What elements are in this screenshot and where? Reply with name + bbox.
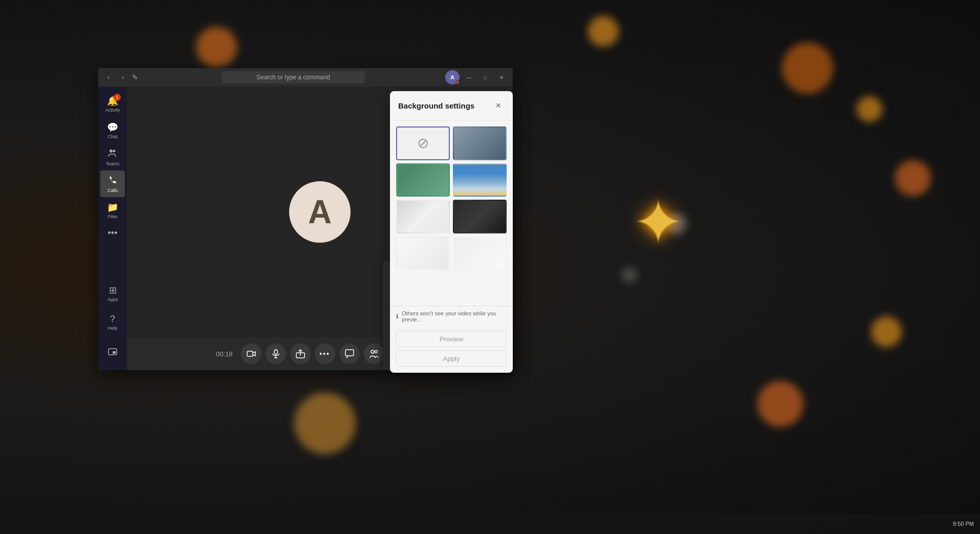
pip-icon	[107, 347, 118, 359]
svg-point-17	[371, 350, 374, 353]
participants-button[interactable]	[364, 344, 384, 364]
panel-actions: Preview Apply	[390, 327, 513, 373]
help-label: Help	[108, 326, 118, 331]
title-bar-actions: A — □ ✕	[445, 70, 509, 84]
bg-white3-thumb[interactable]	[453, 237, 507, 270]
bokeh-4	[857, 96, 882, 122]
title-bar: ‹ › ✎ Search or type a command A — □ ✕	[98, 68, 513, 87]
taskbar: 9:50 PM	[0, 514, 980, 534]
apps-icon: ⊞	[109, 285, 117, 296]
activity-badge: 1	[114, 94, 121, 101]
info-icon: ℹ	[396, 313, 399, 320]
teams-label: Teams	[106, 161, 120, 166]
taskbar-time: 9:50 PM	[953, 521, 974, 527]
bg-city-thumb[interactable]	[453, 163, 507, 197]
share-button[interactable]	[290, 344, 311, 364]
bg-white2-thumb[interactable]	[396, 237, 450, 270]
user-avatar[interactable]: A	[445, 70, 460, 84]
panel-body	[390, 120, 513, 306]
nav-buttons: ‹ ›	[102, 71, 129, 83]
panel-info-text: Others won't see your video while you pr…	[402, 310, 507, 323]
compose-button[interactable]: ✎	[129, 71, 141, 83]
sidebar-more-button[interactable]: •••	[104, 224, 122, 243]
files-label: Files	[107, 214, 117, 219]
sidebar-item-teams[interactable]: Teams	[100, 144, 125, 170]
svg-rect-11	[247, 351, 253, 356]
svg-rect-12	[274, 350, 277, 354]
teams-icon	[108, 148, 117, 160]
avatar-status-badge	[455, 80, 460, 84]
calls-icon	[108, 175, 117, 187]
svg-point-1	[113, 149, 116, 152]
bokeh-2	[588, 16, 619, 47]
search-box[interactable]: Search or type a command	[222, 71, 365, 83]
bokeh-5	[895, 160, 931, 196]
preview-button[interactable]: Preview	[396, 331, 507, 347]
sidebar: 🔔 Activity 1 💬 Chat Teams	[98, 87, 127, 370]
sidebar-item-files[interactable]: 📁 Files	[100, 197, 125, 224]
sidebar-item-pip[interactable]	[100, 339, 125, 366]
apply-button[interactable]: Apply	[396, 350, 507, 367]
sidebar-item-help[interactable]: ? Help	[100, 309, 125, 335]
video-button[interactable]	[241, 344, 262, 364]
bg-none-thumb[interactable]	[396, 126, 450, 160]
svg-point-0	[110, 149, 113, 153]
bg-office-thumb[interactable]	[396, 163, 450, 197]
apps-label: Apps	[107, 297, 118, 302]
panel-info: ℹ Others won't see your video while you …	[390, 306, 513, 327]
bokeh-7	[871, 316, 902, 347]
panel-close-button[interactable]: ✕	[492, 99, 505, 112]
bg-dark1-thumb[interactable]	[453, 200, 507, 233]
bg-white1-thumb[interactable]	[396, 200, 450, 233]
minimize-button[interactable]: —	[462, 72, 476, 82]
forward-button[interactable]: ›	[117, 71, 129, 83]
chat-button[interactable]	[339, 344, 360, 364]
help-icon: ?	[110, 314, 115, 325]
sidebar-item-activity[interactable]: 🔔 Activity 1	[100, 91, 125, 117]
sidebar-bottom: ⊞ Apps ? Help	[100, 280, 125, 366]
sidebar-item-apps[interactable]: ⊞ Apps	[100, 280, 125, 307]
background-settings-panel: Background settings ✕ ℹ Others won't see…	[390, 91, 513, 373]
svg-rect-3	[113, 351, 116, 354]
bokeh-1	[196, 27, 237, 68]
activity-label: Activity	[105, 108, 120, 113]
microphone-button[interactable]	[266, 344, 286, 364]
close-button[interactable]: ✕	[494, 72, 509, 82]
back-button[interactable]: ‹	[102, 71, 115, 83]
maximize-button[interactable]: □	[478, 72, 492, 82]
panel-header: Background settings ✕	[390, 91, 513, 120]
svg-rect-16	[345, 350, 354, 356]
sidebar-item-calls[interactable]: Calls	[100, 170, 125, 197]
sparkle-effect	[633, 187, 735, 289]
search-placeholder: Search or type a command	[256, 74, 330, 81]
chat-icon: 💬	[107, 122, 118, 133]
call-timer: 00:18	[216, 350, 233, 358]
bokeh-8	[294, 393, 356, 454]
svg-point-18	[375, 351, 377, 353]
bokeh-6	[757, 381, 803, 427]
title-bar-search: Search or type a command	[141, 71, 445, 83]
caller-avatar: A	[289, 181, 351, 243]
bokeh-3	[782, 42, 833, 94]
chat-label: Chat	[107, 134, 117, 139]
calls-label: Calls	[107, 188, 118, 193]
background-grid	[396, 126, 507, 270]
sidebar-item-chat[interactable]: 💬 Chat	[100, 117, 125, 144]
files-icon: 📁	[107, 202, 118, 213]
bg-blur-thumb[interactable]	[453, 126, 507, 160]
panel-title: Background settings	[398, 101, 474, 110]
more-button[interactable]: •••	[315, 344, 335, 364]
